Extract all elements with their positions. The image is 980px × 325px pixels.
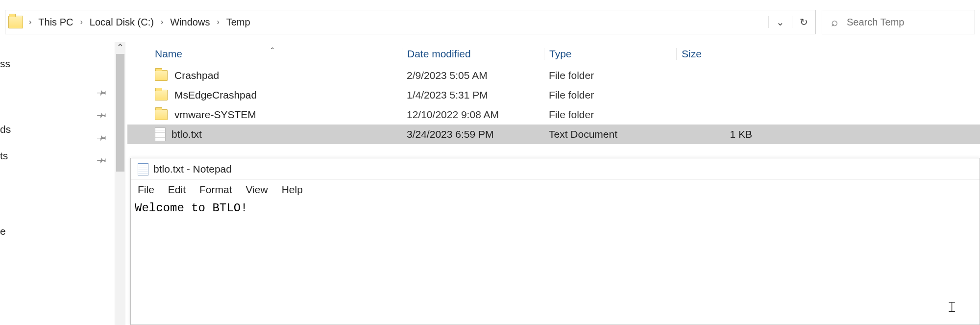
file-name: Crashpad: [174, 70, 219, 81]
file-row[interactable]: vmware-SYSTEM12/10/2022 9:08 AMFile fold…: [127, 105, 980, 125]
file-list: Name ⌃ Date modified Type Size Crashpad2…: [127, 42, 980, 160]
cell-size: 1 KB: [676, 128, 757, 140]
cell-date: 2/9/2023 5:05 AM: [402, 70, 544, 81]
search-icon: ⌕: [831, 15, 838, 29]
breadcrumb-sep: ›: [75, 18, 87, 26]
folder-icon: [155, 90, 168, 100]
breadcrumb-sep: ›: [212, 18, 224, 26]
nav-tree: ss ds ts e: [0, 58, 11, 237]
menu-help[interactable]: Help: [282, 184, 303, 196]
file-row[interactable]: MsEdgeCrashpad1/4/2023 5:31 PMFile folde…: [127, 85, 980, 105]
pin-icon: [97, 110, 108, 121]
cell-name: vmware-SYSTEM: [127, 109, 402, 121]
cell-date: 12/10/2022 9:08 AM: [402, 109, 544, 121]
file-name: btlo.txt: [172, 128, 202, 140]
notepad-text-area[interactable]: Welcome to BTLO!: [131, 200, 980, 216]
file-name: MsEdgeCrashpad: [174, 89, 257, 101]
chevron-down-icon: ⌄: [776, 16, 784, 28]
menu-file[interactable]: File: [138, 184, 154, 196]
cell-date: 1/4/2023 5:31 PM: [402, 89, 544, 101]
folder-icon: [8, 16, 23, 28]
scroll-up-button[interactable]: ⌃: [115, 42, 125, 53]
scroll-thumb[interactable]: [116, 54, 124, 172]
column-header-type[interactable]: Type: [544, 48, 676, 60]
column-label: Name: [155, 48, 182, 59]
cell-type: File folder: [544, 89, 676, 101]
refresh-button[interactable]: ↻: [792, 16, 815, 28]
pin-icon: [97, 87, 108, 98]
cell-name: MsEdgeCrashpad: [127, 89, 402, 101]
cell-type: Text Document: [544, 128, 676, 140]
notepad-title: btlo.txt - Notepad: [153, 163, 232, 175]
cell-name: Crashpad: [127, 70, 402, 81]
pin-icon: [97, 132, 108, 143]
cell-date: 3/24/2023 6:59 PM: [402, 128, 544, 140]
breadcrumb-sep: ›: [24, 18, 36, 26]
column-header-date[interactable]: Date modified: [402, 48, 544, 60]
text-file-icon: [155, 127, 166, 141]
file-name: vmware-SYSTEM: [174, 109, 256, 121]
folder-icon: [155, 109, 168, 120]
cell-name: btlo.txt: [127, 127, 402, 141]
nav-item[interactable]: e: [0, 225, 11, 237]
file-row[interactable]: btlo.txt3/24/2023 6:59 PMText Document1 …: [127, 125, 980, 144]
breadcrumb-local-disk[interactable]: Local Disk (C:): [88, 17, 156, 28]
menu-edit[interactable]: Edit: [168, 184, 186, 196]
history-dropdown-button[interactable]: ⌄: [768, 16, 792, 28]
notepad-titlebar[interactable]: btlo.txt - Notepad: [131, 158, 980, 180]
search-input[interactable]: ⌕ Search Temp: [822, 10, 975, 34]
breadcrumb-windows[interactable]: Windows: [168, 17, 212, 28]
breadcrumb-this-pc[interactable]: This PC: [36, 17, 75, 28]
column-header-size[interactable]: Size: [676, 48, 757, 60]
nav-item[interactable]: ss: [0, 58, 11, 70]
menu-format[interactable]: Format: [199, 184, 232, 196]
sort-indicator-icon: ⌃: [270, 46, 275, 54]
notepad-window[interactable]: btlo.txt - Notepad File Edit Format View…: [130, 158, 980, 325]
breadcrumb-sep: ›: [156, 18, 168, 26]
file-row[interactable]: Crashpad2/9/2023 5:05 AMFile folder: [127, 66, 980, 85]
address-bar[interactable]: › This PC › Local Disk (C:) › Windows › …: [5, 10, 816, 34]
folder-icon: [155, 70, 168, 81]
nav-item[interactable]: ds: [0, 124, 11, 135]
refresh-icon: ↻: [800, 16, 808, 28]
pin-icon: [97, 155, 108, 166]
menu-view[interactable]: View: [246, 184, 268, 196]
cell-type: File folder: [544, 109, 676, 121]
column-header-name[interactable]: Name ⌃: [127, 48, 402, 60]
chevron-up-icon: ⌃: [116, 42, 124, 53]
breadcrumb-temp[interactable]: Temp: [224, 17, 252, 28]
notepad-icon: [138, 163, 148, 175]
nav-scrollbar[interactable]: ⌃: [115, 42, 125, 325]
ibeam-cursor-icon: 𝙸: [947, 299, 957, 316]
search-placeholder: Search Temp: [847, 17, 904, 28]
notepad-content: Welcome to BTLO!: [135, 201, 247, 215]
notepad-menubar: File Edit Format View Help: [131, 180, 980, 200]
cell-type: File folder: [544, 70, 676, 81]
nav-item[interactable]: ts: [0, 150, 11, 162]
